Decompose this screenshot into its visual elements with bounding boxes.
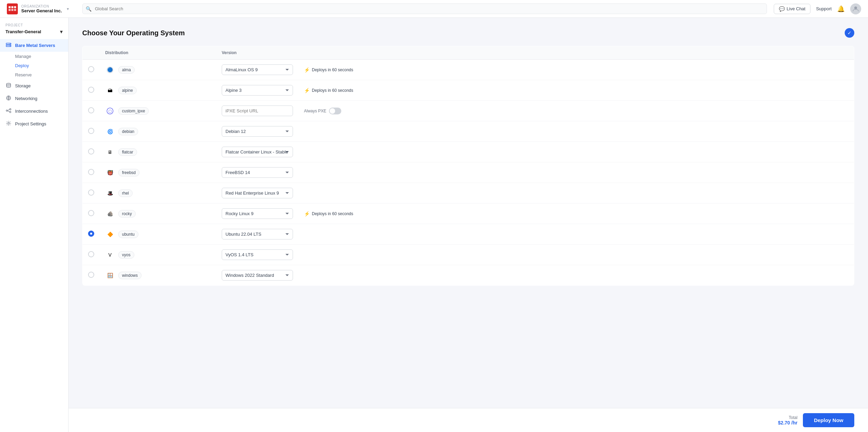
- svg-text:🖥: 🖥: [108, 149, 112, 155]
- total-label: Total: [778, 415, 797, 420]
- table-row: 👹freebsdFreeBSD 14FreeBSD 13: [83, 162, 854, 183]
- radio-ubuntu[interactable]: [88, 231, 94, 237]
- radio-windows[interactable]: [88, 272, 94, 278]
- dist-cell-ubuntu: 🔶ubuntu: [105, 230, 211, 239]
- deploy-fast-label: Deploys in 60 seconds: [312, 211, 353, 216]
- content-area: Choose Your Operating System ✓ Distribut…: [69, 18, 868, 432]
- radio-alpine[interactable]: [88, 87, 94, 93]
- radio-custom_ipxe[interactable]: [88, 107, 94, 113]
- sidebar-item-project-settings[interactable]: Project Settings: [0, 118, 68, 130]
- manage-label: Manage: [15, 54, 31, 59]
- ipxe-input-custom_ipxe[interactable]: [222, 106, 293, 116]
- alpine-icon: 🏔: [105, 86, 115, 95]
- debian-icon: 🌀: [105, 127, 115, 136]
- radio-debian[interactable]: [88, 128, 94, 134]
- org-name: Server General Inc.: [21, 8, 62, 13]
- user-icon: [852, 5, 859, 12]
- bottom-bar: Total $2.70 /hr Deploy Now: [69, 408, 868, 432]
- table-body: 🔵almaAlmaLinux OS 9AlmaLinux OS 8⚡Deploy…: [83, 60, 854, 286]
- table-header: Distribution Version: [83, 46, 854, 60]
- col-radio: [83, 46, 100, 60]
- sidebar-item-interconnections[interactable]: Interconnections: [0, 105, 68, 118]
- version-select-rhel[interactable]: Red Hat Enterprise Linux 9Red Hat Enterp…: [222, 188, 293, 198]
- version-select-windows[interactable]: Windows 2022 StandardWindows 2019 Standa…: [222, 270, 293, 281]
- dist-cell-debian: 🌀debian: [105, 127, 211, 136]
- notifications-icon[interactable]: 🔔: [837, 5, 845, 13]
- radio-flatcar[interactable]: [88, 148, 94, 155]
- sidebar-item-label-bare-metal: Bare Metal Servers: [15, 43, 55, 48]
- dist-cell-flatcar: 🖥flatcar: [105, 147, 211, 157]
- lightning-icon: ⚡: [304, 88, 310, 93]
- avatar[interactable]: [850, 3, 861, 14]
- sidebar-item-bare-metal[interactable]: Bare Metal Servers: [0, 39, 68, 52]
- version-select-alma[interactable]: AlmaLinux OS 9AlmaLinux OS 8: [222, 64, 293, 75]
- deploy-now-button[interactable]: Deploy Now: [803, 413, 854, 427]
- radio-freebsd[interactable]: [88, 169, 94, 175]
- svg-text:🪟: 🪟: [107, 273, 113, 279]
- sidebar-item-storage[interactable]: Storage: [0, 79, 68, 92]
- project-select[interactable]: Transfer-General ▾: [5, 28, 63, 35]
- search-input[interactable]: [82, 3, 767, 14]
- live-chat-button[interactable]: 💬 Live Chat: [774, 4, 811, 14]
- sidebar-subitem-reserve[interactable]: Reserve: [0, 70, 68, 79]
- org-label: ORGANIZATION: [21, 4, 62, 8]
- table-row: 🖥flatcarFlatcar Container Linux - Stable…: [83, 142, 854, 162]
- svg-point-15: [10, 109, 11, 110]
- version-select-freebsd[interactable]: FreeBSD 14FreeBSD 13: [222, 167, 293, 178]
- vyos-badge: vyos: [118, 251, 134, 259]
- deploy-label: Deploy: [15, 63, 29, 68]
- version-select-vyos[interactable]: VyOS 1.4 LTSVyOS 1.3: [222, 249, 293, 260]
- rhel-icon: 🎩: [105, 188, 115, 198]
- dist-cell-alma: 🔵alma: [105, 65, 211, 75]
- svg-text:🔵: 🔵: [107, 67, 113, 73]
- radio-rocky[interactable]: [88, 210, 94, 216]
- os-table: Distribution Version 🔵almaAlmaLinux OS 9…: [82, 46, 854, 286]
- lightning-icon: ⚡: [304, 67, 310, 73]
- dist-cell-rocky: 🪨rocky: [105, 209, 211, 219]
- reserve-label: Reserve: [15, 72, 32, 77]
- version-select-flatcar[interactable]: Flatcar Container Linux - StableFlatcar …: [222, 147, 293, 157]
- total-info: Total $2.70 /hr: [778, 415, 797, 425]
- interconnections-icon: [5, 108, 12, 114]
- sidebar: PROJECT Transfer-General ▾ Bare Metal Se…: [0, 18, 69, 432]
- radio-vyos[interactable]: [88, 251, 94, 257]
- rocky-icon: 🪨: [105, 209, 115, 219]
- svg-point-16: [10, 111, 11, 113]
- deploy-fast-label: Deploys in 60 seconds: [312, 88, 353, 93]
- radio-rhel[interactable]: [88, 189, 94, 196]
- flatcar-icon: 🖥: [105, 147, 115, 157]
- global-search-wrapper: 🔍: [82, 3, 767, 14]
- version-select-debian[interactable]: Debian 12Debian 11Debian 10: [222, 126, 293, 137]
- svg-point-10: [10, 44, 11, 44]
- radio-alma[interactable]: [88, 66, 94, 72]
- deploy-fast-label: Deploys in 60 seconds: [312, 67, 353, 72]
- svg-rect-2: [11, 6, 13, 8]
- topbar-actions: 💬 Live Chat Support 🔔: [774, 3, 861, 14]
- networking-icon: [5, 95, 12, 102]
- col-distribution: Distribution: [100, 46, 216, 60]
- sidebar-item-networking[interactable]: Networking: [0, 92, 68, 105]
- version-select-ubuntu[interactable]: Ubuntu 22.04 LTSUbuntu 20.04 LTSUbuntu 1…: [222, 229, 293, 239]
- pxe-toggle[interactable]: [329, 108, 341, 114]
- sidebar-subitem-deploy[interactable]: Deploy: [0, 61, 68, 70]
- support-link[interactable]: Support: [816, 6, 832, 11]
- bare-metal-icon: [5, 42, 12, 49]
- total-price: $2.70 /hr: [778, 420, 797, 425]
- dist-cell-rhel: 🎩rhel: [105, 188, 211, 198]
- org-chevron-icon[interactable]: ▾: [67, 7, 69, 11]
- org-logo-section: ORGANIZATION Server General Inc. ▾: [7, 3, 75, 14]
- table-row: ⬡custom_ipxeAlways PXE: [83, 101, 854, 121]
- version-select-alpine[interactable]: Alpine 3Alpine 3.18Alpine 3.17: [222, 85, 293, 96]
- custom_ipxe-icon: ⬡: [105, 106, 115, 116]
- deploy-fast-rocky: ⚡Deploys in 60 seconds: [304, 211, 848, 217]
- deploy-fast-alma: ⚡Deploys in 60 seconds: [304, 67, 848, 73]
- table-row: 🔵almaAlmaLinux OS 9AlmaLinux OS 8⚡Deploy…: [83, 60, 854, 80]
- windows-icon: 🪟: [105, 271, 115, 280]
- col-extra: [298, 46, 854, 60]
- version-select-rocky[interactable]: Rocky Linux 9Rocky Linux 8: [222, 208, 293, 219]
- live-chat-label: Live Chat: [787, 6, 806, 11]
- svg-text:🪨: 🪨: [107, 211, 113, 217]
- alma-badge: alma: [118, 66, 135, 74]
- sidebar-subitem-manage[interactable]: Manage: [0, 52, 68, 61]
- table-row: 🪟windowsWindows 2022 StandardWindows 201…: [83, 265, 854, 286]
